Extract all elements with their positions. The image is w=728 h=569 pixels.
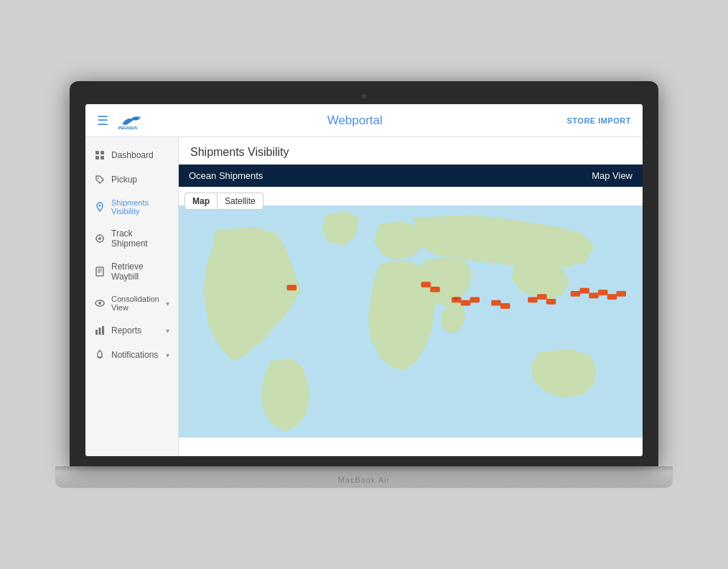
section-header: Ocean Shipments Map View (179, 165, 643, 187)
sidebar-item-shipments-visibility[interactable]: Shipments Visibility (85, 192, 178, 222)
laptop-device: ☰ PEGASUS Webportal STORE IMPORT (70, 81, 658, 488)
svg-rect-36 (598, 290, 608, 295)
map-button[interactable]: Map (185, 193, 218, 210)
section-title: Ocean Shipments (189, 170, 263, 181)
sidebar-label-retrieve-waybill: Retrieve Waybill (111, 262, 169, 282)
doc-icon (94, 266, 106, 277)
chart-icon (94, 325, 106, 336)
svg-rect-1 (95, 151, 99, 154)
svg-rect-20 (99, 328, 101, 335)
sidebar-label-consolidation-view: Consolidation View (111, 295, 160, 312)
sidebar-label-notifications: Notifications (111, 350, 158, 360)
app-logo: PEGASUS (117, 112, 143, 129)
svg-point-5 (98, 177, 99, 179)
map-controls: Map Satellite (185, 193, 263, 210)
bell-icon (94, 349, 106, 361)
svg-rect-3 (95, 156, 99, 159)
svg-rect-29 (500, 303, 510, 309)
sidebar-item-reports[interactable]: Reports ▾ (85, 318, 178, 343)
sidebar-item-track-shipment[interactable]: Track Shipment (85, 222, 178, 255)
svg-rect-26 (461, 300, 471, 306)
svg-rect-28 (491, 300, 501, 306)
location2-icon (94, 233, 106, 244)
world-map-svg (179, 187, 643, 456)
location-icon (94, 201, 106, 213)
header-title: Webportal (143, 114, 566, 128)
sidebar-item-consolidation-view[interactable]: Consolidation View ▾ (85, 288, 178, 318)
store-import-button[interactable]: STORE IMPORT (566, 116, 631, 125)
satellite-button[interactable]: Satellite (218, 193, 263, 210)
svg-rect-38 (616, 291, 626, 297)
svg-rect-27 (470, 297, 480, 303)
sidebar-item-notifications[interactable]: Notifications ▾ (85, 343, 178, 367)
map-container: Map Satellite (179, 187, 643, 456)
sidebar-label-pickup: Pickup (111, 175, 137, 185)
svg-point-18 (98, 302, 101, 305)
sidebar: Dashboard Pickup Shipments Visibility (85, 137, 179, 456)
map-view-label: Map View (592, 170, 633, 181)
svg-rect-25 (454, 297, 459, 300)
svg-rect-40 (421, 282, 431, 287)
svg-rect-35 (589, 293, 599, 299)
svg-rect-37 (607, 294, 617, 300)
svg-rect-2 (101, 151, 104, 154)
sidebar-label-dashboard: Dashboard (111, 150, 154, 160)
app-screen: ☰ PEGASUS Webportal STORE IMPORT (85, 104, 643, 456)
svg-rect-41 (430, 287, 440, 292)
svg-rect-13 (96, 267, 103, 276)
svg-rect-21 (102, 326, 104, 335)
laptop-camera (362, 94, 366, 98)
eye-icon (94, 297, 106, 309)
sidebar-label-reports: Reports (111, 325, 141, 336)
chevron-down-icon-notifications: ▾ (166, 351, 169, 359)
sidebar-label-track-shipment: Track Shipment (111, 228, 169, 249)
page-title: Shipments Visibility (179, 137, 643, 165)
sidebar-item-retrieve-waybill[interactable]: Retrieve Waybill (85, 255, 178, 288)
svg-rect-4 (101, 156, 104, 159)
svg-rect-19 (95, 330, 98, 335)
logo-svg: PEGASUS (117, 112, 143, 129)
svg-point-8 (98, 237, 101, 240)
hamburger-menu-icon[interactable]: ☰ (97, 113, 108, 129)
svg-text:PEGASUS: PEGASUS (118, 125, 138, 129)
sidebar-item-pickup[interactable]: Pickup (85, 167, 178, 192)
grid-icon (94, 149, 106, 161)
laptop-base: MacBook Air (55, 472, 673, 488)
svg-rect-30 (528, 297, 538, 303)
sidebar-label-shipments-visibility: Shipments Visibility (111, 198, 169, 216)
sidebar-item-dashboard[interactable]: Dashboard (85, 143, 178, 167)
svg-point-6 (99, 205, 101, 207)
screen-bezel: ☰ PEGASUS Webportal STORE IMPORT (70, 81, 658, 466)
tag-icon (94, 174, 106, 185)
chevron-down-icon: ▾ (166, 300, 169, 307)
svg-rect-33 (571, 291, 581, 297)
laptop-hinge (55, 466, 673, 472)
svg-rect-31 (537, 294, 547, 300)
main-content: Shipments Visibility Ocean Shipments Map… (179, 137, 643, 456)
chevron-down-icon-reports: ▾ (166, 327, 169, 335)
svg-rect-32 (546, 299, 556, 305)
app-body: Dashboard Pickup Shipments Visibility (85, 137, 643, 456)
app-header: ☰ PEGASUS Webportal STORE IMPORT (85, 104, 643, 137)
svg-rect-39 (286, 285, 297, 291)
svg-rect-34 (579, 288, 589, 294)
laptop-brand-label: MacBook Air (338, 476, 391, 484)
